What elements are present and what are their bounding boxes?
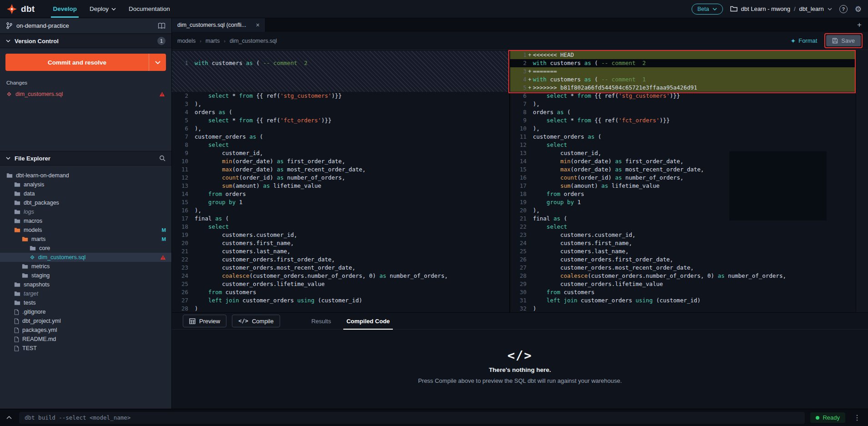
code-line[interactable]: 1with customers as ( -- comment 2	[172, 59, 509, 67]
tree-item-metrics[interactable]: metrics	[0, 262, 171, 271]
code-line[interactable]: 22 customer_orders.first_order_date,	[172, 256, 509, 264]
kebab-menu-icon[interactable]: ⋮	[851, 413, 863, 422]
nav-documentation[interactable]: Documentation	[122, 0, 176, 18]
code-line[interactable]: 30 from customers	[510, 288, 856, 296]
beta-selector[interactable]: Beta	[692, 4, 723, 15]
code-line[interactable]: 7),	[510, 100, 856, 108]
code-line[interactable]: 3+=======	[510, 67, 856, 75]
code-line[interactable]: 5+>>>>>>> b81f802a66fd544504c65721e3ffaa…	[510, 84, 856, 92]
tree-item-TEST[interactable]: TEST	[0, 344, 171, 353]
code-line[interactable]: 2with customers as ( -- comment 2	[510, 59, 856, 67]
code-line[interactable]: 4orders as (	[172, 108, 509, 116]
code-line[interactable]: 25 customer_orders.lifetime_value	[172, 280, 509, 288]
new-tab-icon[interactable]: +	[851, 20, 868, 30]
code-line[interactable]: 19 group by 1	[510, 198, 856, 206]
compile-button[interactable]: </> Compile	[232, 315, 280, 327]
tree-item-staging[interactable]: staging	[0, 271, 171, 280]
changed-file-dim_customers.sql[interactable]: dim_customers.sql	[0, 89, 171, 100]
code-line[interactable]: 24 customers.first_name,	[510, 239, 856, 247]
docs-book-icon[interactable]	[158, 23, 166, 29]
code-line[interactable]: 8 select	[172, 141, 509, 149]
code-line[interactable]	[172, 67, 509, 75]
account-project-selector[interactable]: dbt Learn - mwong / dbt_learn	[730, 5, 832, 12]
code-line[interactable]: 28)	[172, 305, 509, 312]
commit-options-caret[interactable]	[149, 54, 166, 71]
code-line[interactable]: 5 select * from {{ ref('fct_orders')}}	[172, 116, 509, 125]
code-line[interactable]: 18 from orders	[510, 190, 856, 198]
code-line[interactable]: 23 customer_orders.most_recent_order_dat…	[172, 264, 509, 272]
tab-compiled-code[interactable]: Compiled Code	[339, 313, 397, 329]
code-line[interactable]: 14 min(order_date) as first_order_date,	[510, 157, 856, 165]
tree-item-core[interactable]: core	[0, 244, 171, 253]
preview-button[interactable]: Preview	[183, 315, 226, 327]
code-line[interactable]: 17 sum(amount) as lifetime_value	[510, 182, 856, 190]
code-line[interactable]: 11 max(order_date) as most_recent_order_…	[172, 165, 509, 174]
code-line[interactable]: 32)	[510, 305, 856, 312]
code-line[interactable]: 22 select	[510, 223, 856, 231]
code-line[interactable]: 12 select	[510, 141, 856, 149]
code-line[interactable]: 27 customer_orders.most_recent_order_dat…	[510, 264, 856, 272]
tree-item-models[interactable]: modelsM	[0, 226, 171, 235]
code-line[interactable]: 31 left join customer_orders using (cust…	[510, 296, 856, 305]
nav-develop[interactable]: Develop	[46, 0, 83, 18]
tree-item-tests[interactable]: tests	[0, 298, 171, 307]
code-line[interactable]: 9 customer_id,	[172, 149, 509, 157]
tree-item-dbt_project.yml[interactable]: dbt_project.yml	[0, 316, 171, 326]
code-line[interactable]	[172, 84, 509, 92]
save-button[interactable]: Save	[826, 35, 861, 46]
code-line[interactable]	[172, 75, 509, 84]
code-line[interactable]: 13 sum(amount) as lifetime_value	[172, 182, 509, 190]
code-line[interactable]: 15 max(order_date) as most_recent_order_…	[510, 165, 856, 174]
code-line[interactable]: 26 from customers	[172, 288, 509, 296]
chevron-up-icon[interactable]	[5, 416, 14, 419]
code-line[interactable]: 7customer_orders as (	[172, 133, 509, 141]
code-line[interactable]: 25 customers.last_name,	[510, 247, 856, 256]
code-line[interactable]: 20 customers.first_name,	[172, 239, 509, 247]
tree-item-marts[interactable]: martsM	[0, 235, 171, 244]
code-line[interactable]: 24 coalesce(customer_orders.number_of_or…	[172, 272, 509, 280]
code-line[interactable]: 13 customer_id,	[510, 149, 856, 157]
code-line[interactable]: 1+<<<<<<< HEAD	[510, 51, 856, 59]
tree-item-data[interactable]: data	[0, 189, 171, 198]
code-line[interactable]: 14 from orders	[172, 190, 509, 198]
code-line[interactable]	[172, 51, 509, 59]
nav-deploy[interactable]: Deploy	[83, 0, 122, 18]
code-line[interactable]: 8orders as (	[510, 108, 856, 116]
code-line[interactable]: 27 left join customer_orders using (cust…	[172, 296, 509, 305]
code-line[interactable]: 20),	[510, 206, 856, 215]
diff-pane-modified[interactable]: 1+<<<<<<< HEAD2with customers as ( -- co…	[510, 50, 856, 312]
tab-close-icon[interactable]: ×	[256, 22, 260, 28]
tab-results[interactable]: Results	[304, 313, 339, 329]
format-button[interactable]: ✦ Format	[790, 37, 817, 45]
tree-item-snapshots[interactable]: snapshots	[0, 280, 171, 289]
file-explorer-header[interactable]: File Explorer	[0, 151, 171, 165]
code-line[interactable]: 29 customer_orders.lifetime_value	[510, 280, 856, 288]
code-line[interactable]: 3),	[172, 100, 509, 108]
commit-and-resolve-button[interactable]: Commit and resolve	[5, 54, 166, 71]
code-line[interactable]: 11customer_orders as (	[510, 133, 856, 141]
code-line[interactable]: 12 count(order_id) as number_of_orders,	[172, 174, 509, 182]
help-icon[interactable]: ?	[839, 5, 848, 13]
code-line[interactable]: 10),	[510, 125, 856, 133]
code-line[interactable]: 18 select	[172, 223, 509, 231]
code-line[interactable]: 26 customer_orders.first_order_date,	[510, 256, 856, 264]
code-line[interactable]: 21 customers.last_name,	[172, 247, 509, 256]
version-control-header[interactable]: Version Control 1	[0, 34, 171, 48]
diff-pane-original[interactable]: 1with customers as ( -- comment 22 selec…	[172, 50, 509, 312]
tree-item-target[interactable]: target	[0, 289, 171, 298]
tree-item-macros[interactable]: macros	[0, 216, 171, 226]
tree-item-dbt_packages[interactable]: dbt_packages	[0, 198, 171, 207]
code-line[interactable]: 15 group by 1	[172, 198, 509, 206]
code-line[interactable]: 2 select * from {{ ref('stg_customers')}…	[172, 92, 509, 100]
code-line[interactable]: 6),	[172, 125, 509, 133]
tree-item-analysis[interactable]: analysis	[0, 180, 171, 189]
code-line[interactable]: 21final as (	[510, 215, 856, 223]
code-line[interactable]: 10 min(order_date) as first_order_date,	[172, 157, 509, 165]
gear-icon[interactable]: ⚙	[855, 5, 862, 14]
command-input[interactable]: dbt build --select <model_name>	[19, 412, 805, 424]
tree-item-dbt-learn-on-demand[interactable]: dbt-learn-on-demand	[0, 171, 171, 180]
tree-item-packages.yml[interactable]: packages.yml	[0, 326, 171, 335]
tree-item-README.md[interactable]: README.md	[0, 335, 171, 344]
code-line[interactable]: 23 customers.customer_id,	[510, 231, 856, 239]
tree-item-.gitignore[interactable]: .gitignore	[0, 307, 171, 316]
